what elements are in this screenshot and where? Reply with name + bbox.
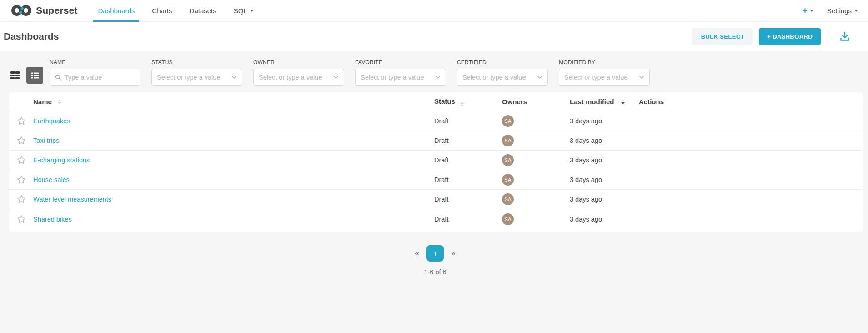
select-placeholder: Select or type a value [157, 74, 228, 81]
card-view-toggle[interactable] [8, 68, 22, 83]
filter-label: MODIFIED BY [559, 59, 650, 66]
favorite-select[interactable]: Select or type a value [355, 69, 446, 86]
favorite-star-icon[interactable] [16, 135, 27, 146]
select-placeholder: Select or type a value [361, 74, 431, 81]
dashboard-link[interactable]: Taxi trips [33, 137, 59, 144]
table-row: Shared bikes Draft SA 3 days ago [9, 209, 863, 229]
dashboard-list-content: NAME STATUS Select or type a value [0, 51, 868, 276]
dashboard-link[interactable]: Water level measurements [33, 196, 111, 203]
nav-item-label: SQL [234, 7, 247, 15]
settings-menu-button[interactable]: Settings [827, 7, 858, 15]
header-actions: Actions [639, 98, 863, 106]
brand-name: Superset [36, 5, 77, 16]
header-name[interactable]: Name [33, 98, 434, 106]
chevron-down-icon [639, 76, 644, 79]
modified-cell: 3 days ago [570, 216, 639, 223]
new-dashboard-button[interactable]: + DASHBOARD [759, 28, 821, 45]
caret-down-icon [250, 10, 254, 12]
prev-page-button[interactable]: « [411, 247, 423, 260]
filter-fields: NAME STATUS Select or type a value [50, 59, 650, 86]
status-cell: Draft [434, 216, 502, 223]
dashboards-table: Name Status Owners Last modified Actions [9, 92, 863, 232]
view-mode-toggles [8, 67, 43, 84]
chevron-down-icon [333, 76, 339, 79]
next-page-button[interactable]: » [447, 247, 459, 260]
new-item-menu-button[interactable]: + [803, 5, 813, 15]
nav-item-label: Dashboards [98, 7, 135, 15]
filter-status: STATUS Select or type a value [151, 59, 242, 86]
modified-cell: 3 days ago [570, 196, 639, 203]
dashboard-link[interactable]: E-charging stations [33, 156, 90, 164]
navbar-right: + Settings [803, 0, 858, 21]
pagination: « 1 » 1-6 of 6 [8, 245, 863, 276]
header-last-modified[interactable]: Last modified [570, 98, 639, 106]
settings-label: Settings [827, 7, 852, 15]
owner-avatar: SA [502, 213, 514, 225]
chevron-down-icon [537, 76, 542, 79]
sort-icon [460, 102, 464, 106]
nav-item-dashboards[interactable]: Dashboards [89, 0, 143, 21]
filter-name: NAME [50, 59, 140, 86]
column-label: Actions [639, 98, 664, 106]
export-dashboards-button[interactable] [839, 30, 851, 42]
header-status[interactable]: Status [434, 97, 502, 106]
name-search-input[interactable] [65, 74, 135, 81]
filter-label: CERTIFIED [457, 59, 548, 66]
select-placeholder: Select or type a value [259, 74, 330, 81]
owner-avatar: SA [502, 193, 514, 205]
nav-item-datasets[interactable]: Datasets [181, 0, 225, 21]
name-search-field[interactable] [50, 69, 140, 86]
modified-cell: 3 days ago [570, 117, 639, 125]
favorite-star-icon[interactable] [16, 194, 27, 205]
status-cell: Draft [434, 156, 502, 164]
select-placeholder: Select or type a value [564, 74, 635, 81]
status-select[interactable]: Select or type a value [151, 69, 242, 86]
owner-select[interactable]: Select or type a value [253, 69, 344, 86]
filter-label: NAME [50, 59, 140, 66]
chevron-down-icon [435, 76, 441, 79]
nav-item-label: Charts [152, 7, 172, 15]
table-row: House sales Draft SA 3 days ago [9, 170, 863, 190]
sort-icon [58, 100, 61, 104]
superset-logo[interactable]: Superset [0, 0, 89, 21]
page-title: Dashboards [4, 31, 59, 42]
header-owners: Owners [502, 98, 570, 106]
main-nav: Dashboards Charts Datasets SQL [89, 0, 262, 21]
filter-modified-by: MODIFIED BY Select or type a value [559, 59, 650, 86]
sort-desc-icon [621, 100, 625, 104]
dashboard-link[interactable]: House sales [33, 176, 70, 183]
table-row: E-charging stations Draft SA 3 days ago [9, 151, 863, 170]
status-cell: Draft [434, 117, 502, 125]
status-cell: Draft [434, 176, 502, 183]
status-cell: Draft [434, 196, 502, 203]
page-1-button[interactable]: 1 [426, 245, 444, 262]
column-label: Name [33, 98, 52, 106]
bulk-select-button[interactable]: BULK SELECT [692, 28, 752, 45]
results-summary: 1-6 of 6 [424, 268, 446, 276]
modified-cell: 3 days ago [570, 176, 639, 183]
caret-down-icon [810, 10, 813, 12]
list-view-toggle[interactable] [26, 67, 43, 84]
favorite-star-icon[interactable] [16, 214, 27, 225]
nav-item-label: Datasets [190, 7, 216, 15]
dashboard-link[interactable]: Shared bikes [33, 216, 72, 223]
certified-select[interactable]: Select or type a value [457, 69, 548, 86]
owner-avatar: SA [502, 174, 514, 186]
column-label: Owners [502, 98, 527, 106]
chevron-down-icon [231, 76, 237, 79]
filter-owner: OWNER Select or type a value [253, 59, 344, 86]
nav-item-charts[interactable]: Charts [143, 0, 181, 21]
table-row: Taxi trips Draft SA 3 days ago [9, 131, 863, 151]
favorite-star-icon[interactable] [16, 116, 27, 126]
select-placeholder: Select or type a value [462, 74, 533, 81]
favorite-star-icon[interactable] [16, 155, 27, 166]
owner-avatar: SA [502, 115, 514, 127]
caret-down-icon [854, 10, 858, 12]
dashboard-link[interactable]: Earthquakes [33, 117, 70, 125]
nav-item-sql[interactable]: SQL [225, 0, 262, 21]
top-navbar: Superset Dashboards Charts Datasets SQL … [0, 0, 868, 22]
plus-icon: + [803, 5, 808, 15]
superset-infinity-icon [11, 4, 32, 17]
modified-by-select[interactable]: Select or type a value [559, 69, 650, 86]
favorite-star-icon[interactable] [16, 174, 27, 185]
